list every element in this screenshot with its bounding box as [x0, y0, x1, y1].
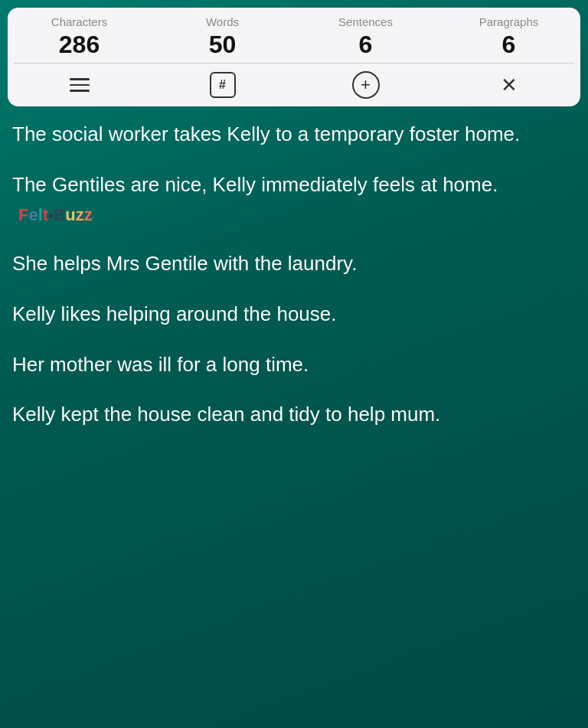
- words-label: Words: [206, 15, 239, 28]
- paragraph-3: She helps Mrs Gentile with the laundry.: [12, 250, 576, 279]
- feltbuzz-watermark: Felt•Buzz: [18, 203, 93, 227]
- hamburger-icon[interactable]: [70, 78, 90, 92]
- menu-button[interactable]: [8, 78, 151, 92]
- paragraph-4: Kelly likes helping around the house.: [12, 300, 576, 329]
- stat-sentences: Sentences 6: [294, 15, 437, 58]
- paragraph-2: The Gentiles are nice, Kelly immediately…: [12, 171, 576, 228]
- add-circle-icon[interactable]: [352, 71, 380, 99]
- content-area: The social worker takes Kelly to a tempo…: [0, 106, 588, 728]
- close-icon[interactable]: ✕: [501, 73, 518, 97]
- paragraph-5: Her mother was ill for a long time.: [12, 351, 576, 380]
- paragraph-6: Kelly kept the house clean and tidy to h…: [12, 400, 576, 429]
- sentences-label: Sentences: [338, 15, 393, 28]
- stat-paragraphs: Paragraphs 6: [437, 15, 580, 58]
- stats-row: Characters 286 Words 50 Sentences 6 Para…: [8, 8, 580, 63]
- stats-panel: Characters 286 Words 50 Sentences 6 Para…: [8, 8, 580, 106]
- add-button[interactable]: [294, 71, 437, 99]
- hash-counter-icon[interactable]: [210, 72, 236, 98]
- counter-button[interactable]: [151, 72, 294, 98]
- paragraphs-label: Paragraphs: [479, 15, 539, 28]
- stat-characters: Characters 286: [8, 15, 151, 58]
- characters-label: Characters: [51, 15, 107, 28]
- words-value: 50: [209, 31, 237, 58]
- paragraphs-value: 6: [502, 31, 516, 58]
- characters-value: 286: [59, 31, 100, 58]
- sentences-value: 6: [359, 31, 373, 58]
- close-button[interactable]: ✕: [437, 73, 580, 97]
- paragraph-1: The social worker takes Kelly to a tempo…: [12, 120, 576, 149]
- stat-words: Words 50: [151, 15, 294, 58]
- toolbar-row: ✕: [8, 64, 580, 106]
